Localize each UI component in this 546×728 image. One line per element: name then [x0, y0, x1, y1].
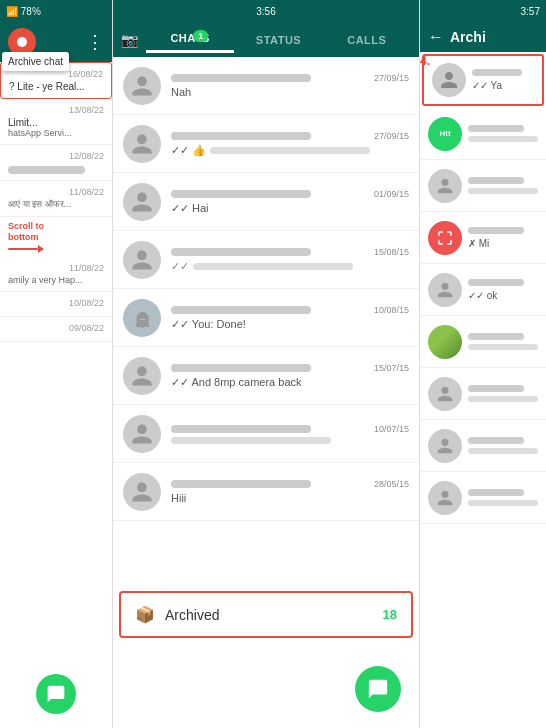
chat-date: 15/08/15: [374, 247, 409, 257]
tab-chats[interactable]: CHATS 1: [146, 26, 234, 53]
avatar: [123, 125, 161, 163]
chat-preview-text: Hiii: [171, 492, 186, 504]
right-chat-preview-bar: [468, 448, 538, 454]
left-chat-item[interactable]: 11/08/22 amily a very Hap...: [0, 257, 112, 292]
right-chat-name-bar: [468, 177, 524, 184]
middle-status-bar: 3:56: [113, 0, 419, 22]
middle-tabs: CHATS 1 STATUS CALLS: [146, 26, 411, 53]
left-signal-icons: 📶 78%: [6, 6, 41, 17]
scroll-arrow: [8, 245, 44, 253]
right-time: 3:57: [521, 6, 540, 17]
chat-content: 10/08/15 ✓✓ You: Done!: [171, 305, 409, 331]
middle-panel: 3:56 📷 CHATS 1 STATUS CALLS: [113, 0, 420, 728]
right-chat-item[interactable]: [420, 160, 546, 212]
right-chat-name-bar: [468, 437, 524, 444]
tab-calls[interactable]: CALLS: [323, 26, 411, 53]
avatar: [428, 221, 462, 255]
archived-row[interactable]: 📦 Archived 18: [119, 591, 413, 638]
right-chat-preview-text: ✓✓ ok: [468, 290, 497, 301]
chat-date: 28/05/15: [374, 479, 409, 489]
right-chat-item[interactable]: [420, 472, 546, 524]
avatar: [428, 377, 462, 411]
avatar: [428, 429, 462, 463]
camera-icon[interactable]: 📷: [121, 32, 138, 48]
chat-date: 01/09/15: [374, 189, 409, 199]
left-chat-date: 13/08/22: [8, 105, 104, 115]
left-chat-date: 12/08/22: [8, 151, 104, 161]
chat-item[interactable]: 10/08/15 ✓✓ You: Done!: [113, 289, 419, 347]
chat-item[interactable]: 15/07/15 ✓✓ And 8mp camera back: [113, 347, 419, 405]
left-chat-date: 10/08/22: [8, 298, 104, 308]
right-chat-item[interactable]: [420, 368, 546, 420]
archive-icon: 📦: [135, 605, 155, 624]
chat-item[interactable]: 15/08/15 ✓✓: [113, 231, 419, 289]
chat-content: 28/05/15 Hiii: [171, 479, 409, 504]
new-chat-fab[interactable]: [36, 674, 76, 714]
right-chat-preview-bar: [468, 188, 538, 194]
new-chat-fab[interactable]: [355, 666, 401, 712]
right-chat-content: [468, 489, 538, 506]
chat-item[interactable]: 27/09/15 Nah: [113, 57, 419, 115]
right-chat-name-bar: [468, 489, 524, 496]
chat-content: 27/09/15 ✓✓ 👍: [171, 131, 409, 157]
more-icon[interactable]: ⋮: [86, 31, 104, 53]
left-chat-item[interactable]: 10/08/22: [0, 292, 112, 317]
right-chat-name-bar: [472, 69, 522, 76]
right-header: ← Archi: [420, 22, 546, 52]
right-chat-content: [468, 385, 538, 402]
chat-name-bar: [171, 306, 311, 314]
chat-content: 27/09/15 Nah: [171, 73, 409, 98]
avatar: [123, 415, 161, 453]
right-chat-name-bar: [468, 279, 524, 286]
back-button[interactable]: ←: [428, 28, 444, 46]
avatar: [428, 273, 462, 307]
middle-header: 📷 CHATS 1 STATUS CALLS: [113, 22, 419, 57]
avatar: [428, 169, 462, 203]
avatar: [428, 481, 462, 515]
chat-date: 27/09/15: [374, 73, 409, 83]
chat-name-bar: [171, 480, 311, 488]
chat-content: 15/07/15 ✓✓ And 8mp camera back: [171, 363, 409, 389]
avatar: [428, 325, 462, 359]
right-chat-item[interactable]: ✓✓ ok: [420, 264, 546, 316]
left-chat-item[interactable]: 11/08/22 आएं या इस ऑफर...: [0, 181, 112, 217]
right-chat-item[interactable]: ✓✓ Ya 4.: [422, 54, 544, 106]
chat-date: 27/09/15: [374, 131, 409, 141]
chat-item[interactable]: 01/09/15 ✓✓ Hai: [113, 173, 419, 231]
chat-date: 15/07/15: [374, 363, 409, 373]
right-status-bar: 3:57: [420, 0, 546, 22]
right-chat-item[interactable]: [420, 316, 546, 368]
avatar: Htt: [428, 117, 462, 151]
chats-badge: 1: [193, 30, 208, 42]
left-chat-list: 16/08/22 ? Lite - ye Real... 13/08/22 Li…: [0, 62, 112, 660]
right-chat-item[interactable]: Htt: [420, 108, 546, 160]
left-chat-item[interactable]: 12/08/22: [0, 145, 112, 181]
right-chat-item[interactable]: [420, 420, 546, 472]
chat-item[interactable]: 27/09/15 ✓✓ 👍: [113, 115, 419, 173]
right-chat-content: [468, 437, 538, 454]
right-chat-preview-bar: [468, 396, 538, 402]
avatar: [432, 63, 466, 97]
chat-preview-text: ✓✓ 👍: [171, 144, 206, 157]
right-chat-list: ✓✓ Ya 4. Htt: [420, 52, 546, 728]
chat-name-bar: [171, 74, 311, 82]
avatar: [123, 299, 161, 337]
left-chat-date: 09/08/22: [8, 323, 104, 333]
tab-status[interactable]: STATUS: [234, 26, 322, 53]
right-chat-name-bar: [468, 333, 524, 340]
chat-name-bar: [171, 190, 311, 198]
right-chat-item[interactable]: ✗ Mi: [420, 212, 546, 264]
chat-preview-text: ✓✓ And 8mp camera back: [171, 376, 302, 389]
chat-item[interactable]: 10/07/15: [113, 405, 419, 463]
right-chat-content: ✓✓ Ya: [472, 69, 534, 91]
chat-preview-bar: [193, 263, 353, 270]
archive-tooltip: Archive chat: [2, 52, 69, 71]
left-header: ⋮ Archive chat: [0, 22, 112, 62]
left-chat-item[interactable]: 13/08/22 Limit... hatsApp Servi...: [0, 99, 112, 145]
left-panel: 📶 78% ⋮ Archive chat 16/08/22 ? Lite - y…: [0, 0, 113, 728]
archived-count: 18: [383, 607, 397, 622]
left-chat-preview: amily a very Hap...: [8, 275, 104, 285]
chat-item[interactable]: 28/05/15 Hiii: [113, 463, 419, 521]
left-chat-item[interactable]: 09/08/22: [0, 317, 112, 342]
right-chat-content: ✗ Mi: [468, 227, 538, 249]
